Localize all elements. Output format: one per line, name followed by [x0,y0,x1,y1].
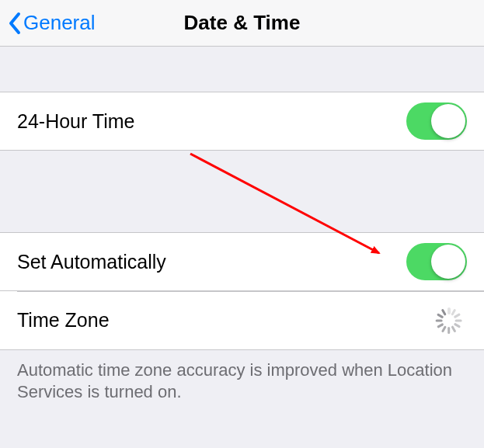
row-set-automatically: Set Automatically [0,232,484,291]
row-label: 24-Hour Time [17,110,134,133]
row-label: Set Automatically [17,251,166,273]
chevron-left-icon [8,12,22,35]
toggle-knob [431,245,465,279]
back-button-label: General [23,11,96,35]
group-spacer [0,47,484,92]
row-label: Time Zone [17,309,110,332]
nav-bar: General Date & Time [0,0,484,47]
loading-spinner-icon [436,307,462,334]
toggle-set-automatically[interactable] [406,243,467,280]
row-24-hour-time: 24-Hour Time [0,92,484,151]
toggle-knob [431,104,465,138]
row-time-zone[interactable]: Time Zone [0,291,484,350]
toggle-24-hour-time[interactable] [406,102,467,140]
footer-note: Automatic time zone accuracy is improved… [0,350,484,403]
group-spacer [0,151,484,232]
back-button[interactable]: General [0,11,96,35]
